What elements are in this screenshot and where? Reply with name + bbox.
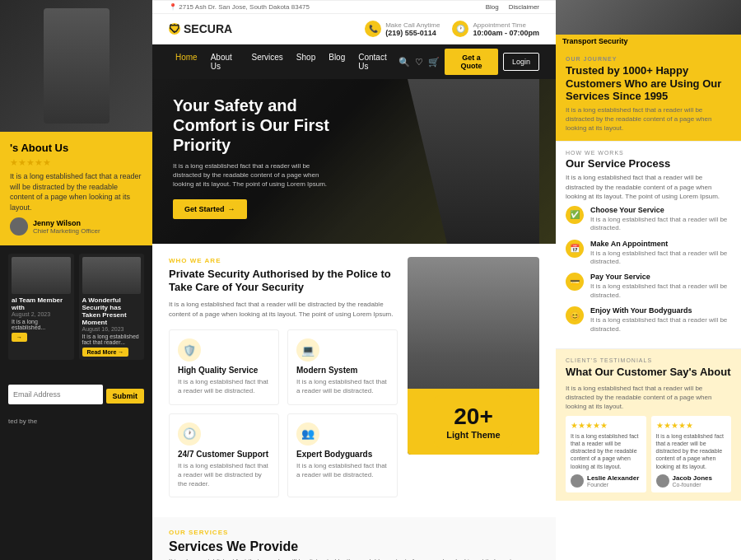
process-step-3: 💳 Pay Your Service It is a long establis… [566, 273, 731, 300]
feature-card-4: 👥 Expert Bodyguards It is a long establi… [287, 413, 398, 498]
about-section: 's About Us ★★★★★ It is a long establish… [0, 132, 152, 245]
testimonial-section: CLIENT'S TESTIMONIALS What Our Customer … [556, 349, 741, 501]
appt-label: Appointment Time [473, 21, 539, 29]
search-icon[interactable]: 🔍 [398, 57, 410, 68]
team-card-1: al Team Member with August 2, 2023 It is… [8, 254, 74, 360]
site-logo: 🛡 SECURA [169, 22, 232, 35]
test-stars-2: ★★★★★ [656, 421, 727, 430]
blog-link[interactable]: Blog [486, 3, 499, 11]
feature-desc-2: It is a long established fact that a rea… [296, 377, 389, 395]
footer-address: 📍 2715 Ash Dr. San Jose, South Dakota 83… [169, 3, 310, 11]
feature-card-3: 🕐 24/7 Customer Support It is a long est… [169, 413, 279, 498]
test-role-1: Founder [587, 482, 639, 488]
about-title: 's About Us [10, 142, 142, 154]
main-content: 📍 2715 Ash Dr. San Jose, South Dakota 83… [152, 0, 556, 560]
feature-icon-3: 🕐 [178, 422, 201, 446]
who-title: Private Security Authorised by the Polic… [169, 268, 398, 293]
theme-badge: 20+ Light Theme [434, 395, 512, 448]
test-name-2: Jacob Jones [673, 474, 712, 482]
how-tag: HOW WE WORKS [566, 150, 731, 156]
test-reviewer-details-2: Jacob Jones Co-founder [673, 474, 712, 488]
nav-services[interactable]: Services [245, 44, 290, 79]
process-desc-3: It is a long established fact that a rea… [590, 282, 731, 300]
process-desc-1: It is a long established fact that a rea… [590, 216, 731, 233]
process-desc-2: It is a long established fact that a rea… [590, 250, 731, 267]
journey-title: Trusted by 1000+ Happy Customers Who are… [566, 64, 731, 103]
feature-title-2: Modern System [296, 366, 389, 375]
who-description: It is a long established fact that a rea… [169, 300, 398, 320]
nav-about[interactable]: About Us [204, 44, 245, 79]
right-panel: Transport Security OUR JOURNEY Trusted b… [556, 0, 741, 560]
process-title-3: Pay Your Service [590, 273, 731, 281]
nav-blog[interactable]: Blog [322, 44, 352, 79]
process-step-4: 😊 Enjoy With Your Bodyguards It is a lon… [566, 306, 731, 334]
payment-icon: 💳 [566, 273, 584, 291]
test-reviewer-details-1: Leslie Alexander Founder [587, 474, 639, 488]
read-more-2[interactable]: Read More → [82, 348, 129, 357]
test-cards: ★★★★★ It is a long established fact that… [566, 416, 731, 492]
transport-title: Transport Security [556, 35, 741, 48]
read-more-1[interactable]: → [12, 333, 27, 342]
services-tag: OUR SERVICES [169, 529, 539, 536]
feature-icon-2: 💻 [296, 338, 319, 362]
arrow-icon: → [228, 205, 235, 213]
login-button[interactable]: Login [503, 53, 539, 71]
reviewer-details: Jenny Wilson Chief Marketing Officer [33, 219, 100, 235]
email-input[interactable] [8, 385, 103, 404]
process-content-2: Make An Appointment It is a long establi… [590, 240, 731, 267]
test-role-2: Co-founder [673, 482, 712, 488]
who-container: WHO WE ARE Private Security Authorised b… [169, 257, 539, 504]
appointment-contact: 🕐 Appointment Time 10:00am - 07:00pm [452, 21, 539, 37]
process-content-1: Choose Your Service It is a long establi… [590, 206, 731, 233]
choose-service-icon: ✅ [566, 206, 584, 224]
test-stars-1: ★★★★★ [571, 421, 641, 430]
team-card-title-2: A Wonderful Security has Taken Present M… [82, 296, 142, 326]
services-section: OUR SERVICES Services We Provide It is a… [152, 517, 556, 560]
nav-contact[interactable]: Contact Us [352, 44, 398, 79]
left-hero-image [0, 0, 152, 132]
process-title-4: Enjoy With Your Bodyguards [590, 306, 731, 315]
feature-grid: 🛡️ High Quality Service It is a long est… [169, 329, 398, 497]
reviewer-info: Jenny Wilson Chief Marketing Officer [10, 217, 142, 236]
site-header: 🛡 SECURA 📞 Make Call Anytime (219) 555-0… [152, 14, 556, 44]
appointment-icon: 📅 [566, 240, 584, 258]
nav-actions: 🔍 ♡ 🛒 Get a Quote Login [398, 49, 539, 75]
feature-icon-4: 👥 [296, 422, 319, 446]
services-title: Services We Provide [169, 539, 539, 554]
hero-section: Your Safety and Comfort is Our First Pri… [152, 79, 556, 244]
phone-contact: 📞 Make Call Anytime (219) 555-0114 [365, 21, 440, 37]
team-card-image-1 [12, 257, 71, 294]
submit-button[interactable]: Submit [106, 389, 145, 404]
feature-title-3: 24/7 Customer Support [178, 450, 270, 459]
test-reviewer-2: Jacob Jones Co-founder [656, 474, 727, 488]
team-section: al Team Member with August 2, 2023 It is… [0, 245, 152, 373]
process-section: HOW WE WORKS Our Service Process It is a… [556, 142, 741, 349]
team-card-title-1: al Team Member with [12, 296, 71, 311]
nav-home[interactable]: Home [169, 44, 204, 79]
test-text-2: It is a long established fact that a rea… [656, 432, 727, 469]
bottom-text: ted by the [0, 413, 152, 430]
feature-title-1: High Quality Service [178, 366, 270, 375]
disclaimer-link[interactable]: Disclaimer [509, 3, 539, 11]
star-rating: ★★★★★ [10, 157, 142, 168]
header-contact: 📞 Make Call Anytime (219) 555-0114 🕐 App… [365, 21, 539, 37]
hero-content: Your Safety and Comfort is Our First Pri… [173, 96, 354, 219]
site-navigation: Home About Us Services Shop Blog Contact… [152, 44, 556, 79]
team-card-2: A Wonderful Security has Taken Present M… [79, 254, 145, 360]
how-desc: It is a long established fact that a rea… [566, 173, 731, 201]
footer-bar: 📍 2715 Ash Dr. San Jose, South Dakota 83… [152, 0, 556, 14]
test-name-1: Leslie Alexander [587, 474, 639, 482]
nav-shop[interactable]: Shop [290, 44, 322, 79]
who-tag: WHO WE ARE [169, 257, 398, 264]
quote-button[interactable]: Get a Quote [445, 49, 498, 75]
reviewer-name: Jenny Wilson [33, 219, 100, 227]
test-avatar-1 [571, 474, 584, 488]
transport-image: Transport Security [556, 0, 741, 48]
cart-icon[interactable]: 🛒 [428, 57, 440, 68]
process-title-2: Make An Appointment [590, 240, 731, 248]
heart-icon[interactable]: ♡ [415, 57, 423, 68]
get-started-button[interactable]: Get Started → [173, 199, 247, 219]
nav-links: Home About Us Services Shop Blog Contact… [169, 44, 398, 79]
logo-icon: 🛡 [169, 23, 180, 35]
process-content-3: Pay Your Service It is a long establishe… [590, 273, 731, 300]
